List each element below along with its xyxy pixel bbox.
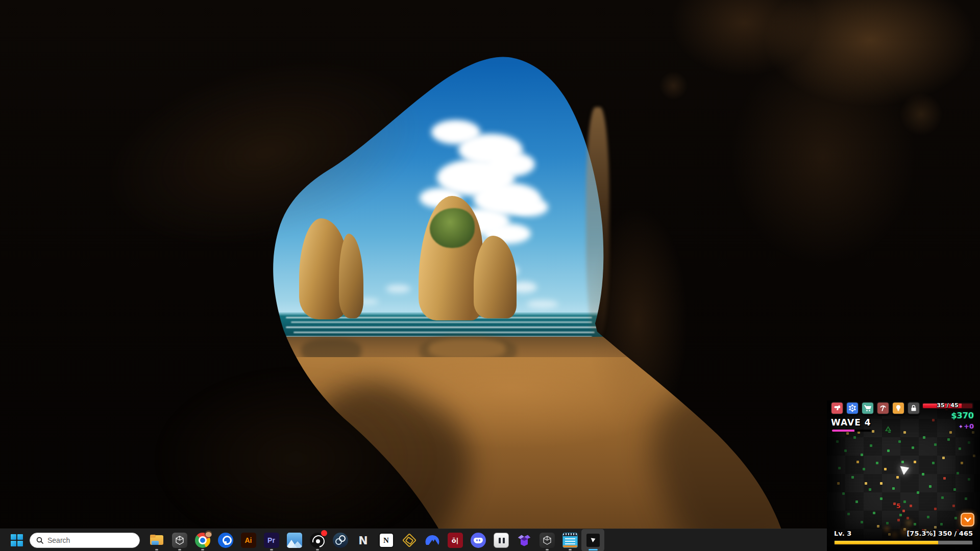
keyhole-icon — [218, 533, 233, 548]
running-indicator — [569, 549, 572, 550]
enemy-triangle — [885, 426, 891, 431]
running-indicator — [316, 549, 319, 550]
gun-icon — [833, 404, 841, 412]
illustrator-icon: Ai — [241, 533, 256, 548]
taskbar-app-illustrator[interactable]: Ai — [237, 529, 260, 551]
taskbar-app-discord[interactable] — [467, 529, 489, 551]
game-toolbar — [830, 402, 920, 415]
unity-hub-icon — [172, 533, 187, 548]
weapon-button[interactable] — [830, 402, 844, 415]
miner-icon — [879, 404, 887, 412]
upgrade-button[interactable] — [892, 402, 905, 415]
file-explorer-icon — [149, 533, 164, 548]
xp-bar-fill — [835, 541, 938, 544]
steam-icon — [333, 533, 348, 548]
xp-bar — [834, 540, 973, 545]
desktop: Ai Pr — [0, 0, 980, 551]
taskbar-app-photos[interactable] — [283, 529, 306, 551]
game-window-thumbnail-icon — [586, 534, 600, 547]
taskbar-app-premiere[interactable]: Pr — [260, 529, 283, 551]
red-o-app-icon: ō| — [448, 533, 463, 548]
cart-icon — [864, 404, 872, 412]
discord-icon — [471, 533, 486, 548]
nordvpn-mountain-icon — [425, 533, 440, 548]
outlet-app-icon — [494, 533, 509, 548]
taskbar-app-file-explorer[interactable] — [145, 529, 168, 551]
taskbar-app-password-manager[interactable] — [214, 529, 237, 551]
sparkle-icon: ✦ — [959, 423, 963, 430]
search-input[interactable] — [47, 536, 124, 544]
game-window[interactable]: 5 — [827, 400, 980, 551]
taskbar-app-chrome[interactable] — [191, 529, 214, 551]
taskbar-app-outlet[interactable] — [489, 529, 512, 551]
start-button[interactable] — [6, 529, 28, 551]
taskbar-app-notepad[interactable] — [558, 529, 581, 551]
molecule-icon — [848, 404, 856, 412]
taskbar-app-red-o[interactable]: ō| — [444, 529, 467, 551]
wave-progress-bar — [832, 430, 872, 432]
confirm-button[interactable] — [961, 513, 974, 527]
shop-button[interactable] — [861, 402, 874, 415]
wave-progress-fill — [832, 430, 854, 432]
lock-icon — [910, 404, 918, 412]
windows-logo-icon — [11, 534, 23, 546]
notion-icon: N — [379, 533, 394, 548]
gold-diamond-icon — [402, 533, 416, 547]
running-indicator — [546, 549, 549, 550]
health-text: 35 / 45 — [922, 402, 973, 409]
bulb-icon — [894, 404, 902, 412]
running-indicator — [155, 549, 158, 550]
wave-label: WAVE 4 — [831, 417, 871, 428]
taskbar-apps: Ai Pr — [145, 529, 604, 551]
taskbar-app-purple-box[interactable] — [512, 529, 535, 551]
taskbar-app-game-window[interactable] — [581, 529, 604, 551]
taskbar-app-steam[interactable] — [329, 529, 352, 551]
chrome-icon — [195, 533, 210, 548]
turret-button[interactable] — [846, 402, 859, 415]
profile-avatar — [205, 530, 212, 538]
ember-glow-blobs — [827, 400, 829, 403]
taskbar-row: Ai Pr — [6, 529, 604, 551]
active-window-indicator — [589, 549, 598, 550]
taskbar-app-unity-hub[interactable] — [168, 529, 191, 551]
taskbar-search[interactable] — [30, 533, 140, 548]
taskbar-app-n[interactable]: N — [352, 529, 375, 551]
running-indicator — [270, 549, 273, 550]
photos-icon — [287, 533, 302, 548]
level-label: Lv. 3 — [834, 530, 851, 537]
running-indicator — [201, 549, 204, 550]
notepad-icon — [562, 533, 578, 548]
unity-editor-icon — [540, 533, 555, 548]
search-icon — [36, 537, 43, 544]
obs-studio-icon — [310, 533, 325, 548]
bonus-counter: ✦+0 — [959, 422, 974, 430]
premiere-icon: Pr — [264, 533, 279, 548]
recording-badge — [321, 530, 327, 536]
money-counter: $370 — [951, 411, 974, 420]
taskbar-app-obs[interactable] — [306, 529, 329, 551]
locked-slot-button[interactable] — [907, 402, 920, 415]
miner-button[interactable] — [876, 402, 890, 415]
chevron-down-icon — [964, 516, 972, 524]
n-app-icon: N — [356, 533, 371, 548]
xp-text: [75.3%] 350 / 465 — [906, 530, 973, 537]
purple-box-icon — [517, 533, 532, 548]
damage-number: 5 — [896, 503, 900, 510]
player-ship — [899, 466, 910, 476]
taskbar-app-gold-diamond[interactable] — [398, 529, 421, 551]
running-indicator — [178, 549, 181, 550]
taskbar-app-notion[interactable]: N — [375, 529, 398, 551]
taskbar-app-unity-editor[interactable] — [535, 529, 558, 551]
taskbar-app-nordvpn[interactable] — [421, 529, 444, 551]
